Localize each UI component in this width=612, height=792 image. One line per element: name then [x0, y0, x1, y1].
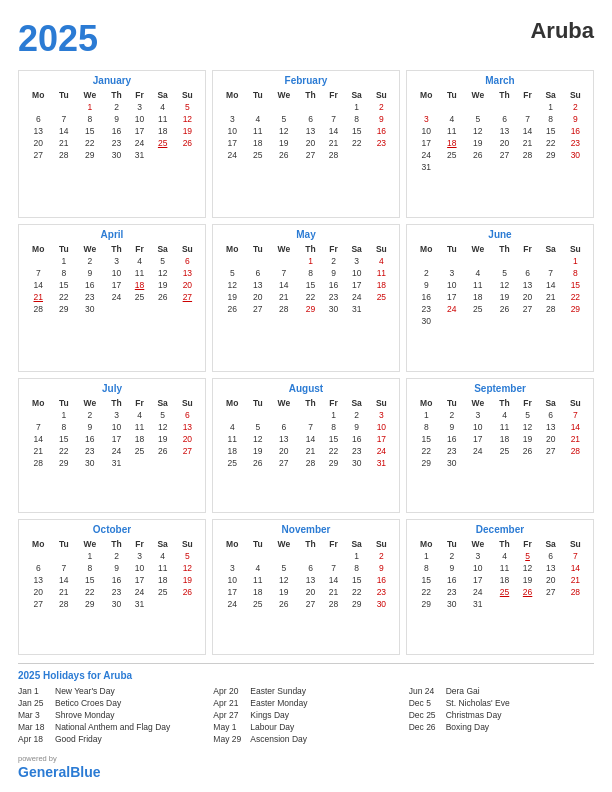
calendar-day: 23: [369, 586, 394, 598]
calendar-day: 8: [298, 267, 322, 279]
calendar-day: 26: [175, 137, 200, 149]
calendar-day: 10: [412, 125, 441, 137]
calendar-day: 6: [175, 409, 200, 421]
calendar-day: 10: [104, 421, 128, 433]
day-header: Sa: [539, 397, 563, 409]
calendar-day: 31: [129, 598, 151, 610]
holiday-name: Easter Monday: [250, 698, 307, 708]
holiday-name: Betico Croes Day: [55, 698, 121, 708]
day-header: Su: [563, 538, 588, 550]
calendar-day: 13: [298, 125, 322, 137]
day-header: Th: [298, 397, 322, 409]
calendar-day: [53, 550, 76, 562]
calendar-day: 4: [492, 409, 516, 421]
calendar-day: 1: [345, 550, 369, 562]
calendar-day: 7: [323, 113, 345, 125]
calendar-day: 19: [517, 433, 539, 445]
calendar-day: 27: [269, 457, 298, 469]
month-block-december: DecemberMoTuWeThFrSaSu123456789101112131…: [406, 519, 594, 655]
calendar-day: [345, 149, 369, 161]
calendar-day: 14: [539, 279, 563, 291]
calendar-day: 1: [345, 101, 369, 113]
calendar-day: [539, 315, 563, 327]
calendar-day: 11: [247, 125, 270, 137]
calendar-day: [492, 457, 516, 469]
calendar-day: 29: [412, 457, 441, 469]
calendar-day: 23: [345, 445, 369, 457]
calendar-day: [539, 255, 563, 267]
month-name: August: [218, 383, 394, 394]
day-header: Fr: [129, 89, 151, 101]
calendar-day: [24, 550, 53, 562]
list-item: May 1Labour Day: [213, 722, 398, 732]
calendar-day: 21: [539, 291, 563, 303]
calendar-day: 23: [441, 586, 464, 598]
day-header: Tu: [247, 538, 270, 550]
calendar-day: 3: [218, 562, 247, 574]
footer: powered by GeneralBlue: [18, 754, 594, 780]
calendar-day: 20: [298, 586, 322, 598]
calendar-day: 5: [218, 267, 247, 279]
day-header: Th: [104, 538, 128, 550]
month-block-august: AugustMoTuWeThFrSaSu12345678910111213141…: [212, 378, 400, 514]
calendar-day: 28: [53, 149, 76, 161]
calendar-day: 28: [517, 149, 539, 161]
calendar-day: 25: [369, 291, 394, 303]
list-item: Jan 25Betico Croes Day: [18, 698, 203, 708]
day-header: Tu: [441, 397, 464, 409]
holiday-column: Jun 24Dera GaiDec 5St. Nicholas' EveDec …: [409, 686, 594, 746]
calendar-day: [563, 598, 588, 610]
calendar-day: 2: [369, 550, 394, 562]
calendar-day: 17: [218, 137, 247, 149]
calendar-day: 25: [463, 303, 492, 315]
calendar-day: 11: [129, 267, 151, 279]
day-header: Su: [175, 538, 200, 550]
calendar-day: 23: [75, 291, 104, 303]
calendar-day: 26: [175, 586, 200, 598]
calendar-day: 14: [24, 433, 53, 445]
calendar-day: [247, 550, 270, 562]
calendar-day: 8: [75, 113, 104, 125]
calendar-day: 18: [151, 125, 175, 137]
calendar-day: 28: [323, 149, 345, 161]
calendar-day: 16: [104, 574, 128, 586]
calendar-day: 21: [53, 586, 76, 598]
calendar-day: 25: [247, 598, 270, 610]
day-header: Fr: [129, 538, 151, 550]
calendar-day: 31: [345, 303, 369, 315]
calendar-day: 8: [75, 562, 104, 574]
calendar-day: 30: [563, 149, 588, 161]
calendar-day: 11: [463, 279, 492, 291]
calendar-day: 21: [517, 137, 539, 149]
calendar-table: MoTuWeThFrSaSu12345678910111213141516171…: [412, 538, 588, 610]
calendar-day: 26: [218, 303, 247, 315]
calendar-day: 12: [247, 433, 270, 445]
day-header: Mo: [412, 538, 441, 550]
day-header: Su: [175, 89, 200, 101]
calendar-day: 4: [247, 113, 270, 125]
holiday-name: Labour Day: [250, 722, 294, 732]
holiday-date: Apr 20: [213, 686, 245, 696]
calendar-day: [492, 101, 516, 113]
calendar-day: 6: [539, 409, 563, 421]
brand: GeneralBlue: [18, 764, 100, 780]
calendar-day: 6: [24, 562, 53, 574]
calendar-day: 24: [463, 445, 492, 457]
calendar-day: 9: [441, 421, 464, 433]
calendar-day: 20: [247, 291, 270, 303]
day-header: Su: [369, 538, 394, 550]
day-header: We: [75, 397, 104, 409]
calendar-day: 22: [345, 586, 369, 598]
calendar-day: 14: [517, 125, 539, 137]
calendar-day: [24, 255, 53, 267]
calendar-day: 29: [298, 303, 322, 315]
calendar-day: 19: [151, 279, 175, 291]
calendar-day: 2: [369, 101, 394, 113]
calendar-day: 18: [218, 445, 247, 457]
day-header: Tu: [247, 243, 270, 255]
calendar-day: 16: [441, 433, 464, 445]
calendar-day: 21: [269, 291, 298, 303]
calendar-day: 12: [151, 267, 175, 279]
day-header: Fr: [129, 243, 151, 255]
list-item: Mar 3Shrove Monday: [18, 710, 203, 720]
